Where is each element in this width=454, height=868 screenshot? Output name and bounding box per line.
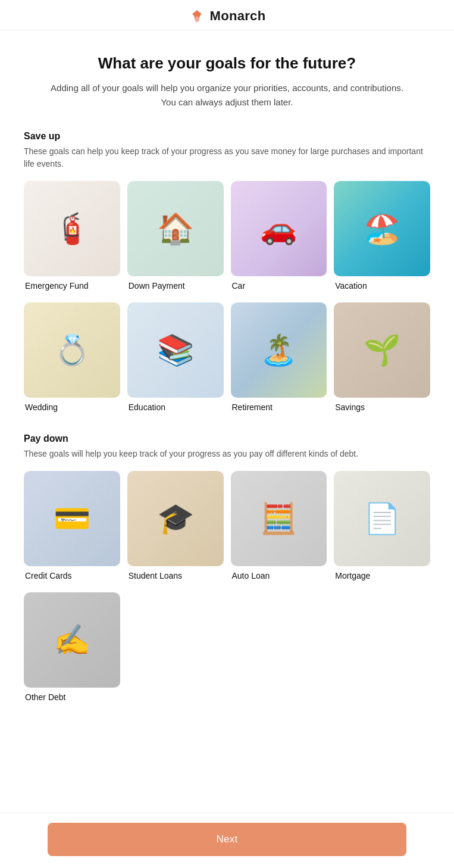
goal-retirement[interactable]: Retirement xyxy=(231,302,327,417)
goal-other-debt-image xyxy=(24,592,120,688)
goal-credit-cards-label: Credit Cards xyxy=(24,571,120,585)
pay-down-goals-grid: Credit Cards Student Loans Auto Loan Mor… xyxy=(24,471,430,707)
goal-education-label: Education xyxy=(127,402,224,417)
goal-credit-cards[interactable]: Credit Cards xyxy=(24,471,120,585)
goal-car[interactable]: Car xyxy=(231,181,327,295)
goal-student-loans-image xyxy=(127,471,224,566)
goal-education[interactable]: Education xyxy=(127,302,224,417)
next-button[interactable]: Next xyxy=(48,823,406,856)
goal-mortgage[interactable]: Mortgage xyxy=(334,471,430,585)
footer: Next xyxy=(0,813,454,868)
save-up-section: Save up These goals can help you keep tr… xyxy=(24,131,430,417)
goal-down-payment-label: Down Payment xyxy=(127,281,224,295)
goal-education-image xyxy=(127,302,224,398)
save-up-title: Save up xyxy=(24,131,430,142)
goal-mortgage-label: Mortgage xyxy=(334,571,430,585)
goal-vacation[interactable]: Vacation xyxy=(334,181,430,295)
goal-emergency-fund-image xyxy=(24,181,120,276)
goal-auto-loan-image xyxy=(231,471,327,566)
goal-vacation-image xyxy=(334,181,430,276)
goal-retirement-label: Retirement xyxy=(231,402,327,417)
page-title: What are your goals for the future? xyxy=(24,54,430,73)
page-description: Adding all of your goals will help you o… xyxy=(24,81,430,110)
goal-auto-loan-label: Auto Loan xyxy=(231,571,327,585)
goal-student-loans[interactable]: Student Loans xyxy=(127,471,224,585)
monarch-logo-icon xyxy=(189,9,205,23)
goal-wedding[interactable]: Wedding xyxy=(24,302,120,417)
save-up-description: These goals can help you keep track of y… xyxy=(24,145,430,170)
goal-car-image xyxy=(231,181,327,276)
goal-down-payment-image xyxy=(127,181,224,276)
goal-emergency-fund-label: Emergency Fund xyxy=(24,281,120,295)
pay-down-section: Pay down These goals will help you keep … xyxy=(24,433,430,707)
goal-retirement-image xyxy=(231,302,327,398)
app-logo-text: Monarch xyxy=(210,8,266,24)
goal-car-label: Car xyxy=(231,281,327,295)
goal-mortgage-image xyxy=(334,471,430,566)
goal-savings[interactable]: Savings xyxy=(334,302,430,417)
pay-down-description: These goals will help you keep track of … xyxy=(24,448,430,460)
goal-emergency-fund[interactable]: Emergency Fund xyxy=(24,181,120,295)
save-up-goals-grid: Emergency Fund Down Payment Car Vacation… xyxy=(24,181,430,417)
goal-savings-image xyxy=(334,302,430,398)
app-header: Monarch xyxy=(0,0,454,30)
goal-down-payment[interactable]: Down Payment xyxy=(127,181,224,295)
goal-auto-loan[interactable]: Auto Loan xyxy=(231,471,327,585)
goal-savings-label: Savings xyxy=(334,402,430,417)
goal-other-debt[interactable]: Other Debt xyxy=(24,592,120,707)
main-content: What are your goals for the future? Addi… xyxy=(0,30,454,783)
goal-credit-cards-image xyxy=(24,471,120,566)
goal-student-loans-label: Student Loans xyxy=(127,571,224,585)
goal-wedding-image xyxy=(24,302,120,398)
goal-other-debt-label: Other Debt xyxy=(24,692,120,707)
goal-vacation-label: Vacation xyxy=(334,281,430,295)
goal-wedding-label: Wedding xyxy=(24,402,120,417)
pay-down-title: Pay down xyxy=(24,433,430,444)
